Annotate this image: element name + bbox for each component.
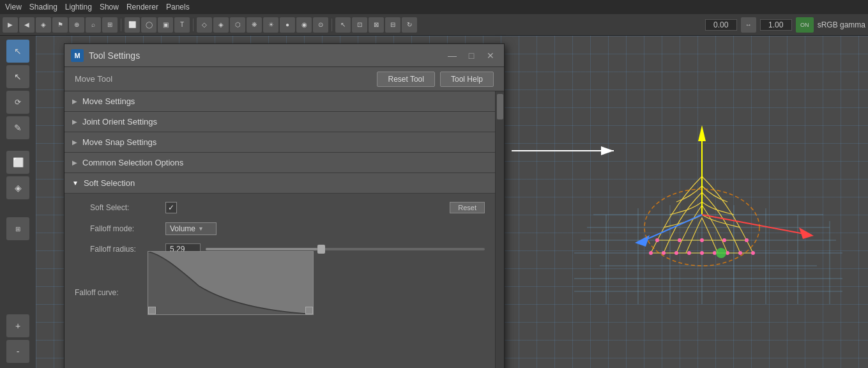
section-joint-title: Joint Orient Settings <box>82 117 157 126</box>
section-common-title: Common Selection Options <box>82 158 183 167</box>
section-move-title: Move Settings <box>82 96 135 106</box>
left-icon-move[interactable]: ↖ <box>6 65 29 88</box>
falloff-mode-dropdown[interactable]: Volume ▼ <box>165 222 217 235</box>
dropdown-arrow-icon: ▼ <box>198 226 204 232</box>
on-button[interactable]: ON <box>796 17 814 33</box>
section-soft-title: Soft Selection <box>84 178 135 188</box>
slider-fill <box>206 248 317 250</box>
toolbar-separator-1 <box>121 19 121 31</box>
dialog-logo: M <box>71 49 84 62</box>
soft-select-checkbox[interactable]: ✓ <box>165 202 177 213</box>
left-icon-add[interactable]: + <box>6 314 29 337</box>
toolbar-icon-12[interactable]: ◇ <box>197 17 212 33</box>
toolbar-icon-22[interactable]: ⊠ <box>369 17 384 33</box>
toolbar-icon-1[interactable]: ▶ <box>3 17 18 33</box>
dialog-close-button[interactable]: ✕ <box>483 49 498 63</box>
toolbar-icon-15[interactable]: ❋ <box>247 17 262 33</box>
falloff-mode-label: Falloff mode: <box>90 224 160 233</box>
section-joint-arrow: ▶ <box>72 118 77 125</box>
colorspace-label: sRGB gamma <box>818 20 865 29</box>
tool-settings-dialog: M Tool Settings — □ ✕ Move Tool Reset To… <box>64 43 505 368</box>
toolbar-separator-2 <box>193 19 194 31</box>
toolbar-icon-21[interactable]: ⊡ <box>352 17 367 33</box>
move-tool-label: Move Tool <box>75 74 372 84</box>
section-snap-title: Move Snap Settings <box>82 137 156 147</box>
toolbar-icon-11[interactable]: T <box>174 17 190 33</box>
menu-lighting[interactable]: Lighting <box>65 3 92 12</box>
dialog-minimize-button[interactable]: — <box>445 49 459 63</box>
section-joint-orient[interactable]: ▶ Joint Orient Settings <box>65 112 495 132</box>
section-move-snap[interactable]: ▶ Move Snap Settings <box>65 132 495 153</box>
soft-select-reset-button[interactable]: Reset <box>450 202 485 213</box>
toolbar-separator-3 <box>331 19 332 31</box>
main-toolbar: ▶ ◀ ◈ ⚑ ⊕ ⌕ ⊞ ⬜ ◯ ▣ T ◇ ◈ ⬡ ❋ ☀ ● ◉ ⊙ ↖ … <box>0 14 868 36</box>
section-snap-arrow: ▶ <box>72 139 77 146</box>
toolbar-icon-19[interactable]: ⊙ <box>313 17 328 33</box>
toolbar-val1[interactable] <box>705 19 737 31</box>
menu-show[interactable]: Show <box>100 3 119 12</box>
left-icon-snap[interactable]: ⊞ <box>6 217 29 240</box>
left-icon-select[interactable]: ↖ <box>6 40 29 63</box>
toolbar-icon-4[interactable]: ⚑ <box>52 17 68 33</box>
toolbar-right: ↔ ON sRGB gamma <box>705 17 865 33</box>
soft-selection-content: Soft Select: ✓ Reset Falloff mode: Volum… <box>65 194 495 323</box>
menu-panels[interactable]: Panels <box>166 3 190 12</box>
dialog-scrollbar[interactable] <box>495 91 504 368</box>
menu-renderer[interactable]: Renderer <box>126 3 158 12</box>
falloff-mode-row: Falloff mode: Volume ▼ <box>90 220 485 237</box>
reset-tool-button[interactable]: Reset Tool <box>377 72 434 87</box>
section-move-settings[interactable]: ▶ Move Settings <box>65 91 495 112</box>
falloff-curve-canvas[interactable] <box>148 251 314 315</box>
toolbar-icon-10[interactable]: ▣ <box>158 17 173 33</box>
left-icon-lasso[interactable]: ⟳ <box>6 91 29 114</box>
toolbar-icon-18[interactable]: ◉ <box>296 17 312 33</box>
soft-select-row: Soft Select: ✓ Reset <box>90 199 485 217</box>
tool-help-button[interactable]: Tool Help <box>440 72 494 87</box>
section-soft-arrow: ▼ <box>72 180 79 187</box>
dialog-title: Tool Settings <box>89 50 440 61</box>
soft-select-label: Soft Select: <box>90 203 160 212</box>
falloff-mode-value: Volume <box>170 224 195 233</box>
dialog-content: ▶ Move Settings ▶ Joint Orient Settings … <box>65 91 495 368</box>
curve-handle-bl[interactable] <box>148 307 156 314</box>
left-icon-paint[interactable]: ✎ <box>6 116 29 139</box>
toolbar-icon-25[interactable]: ↔ <box>741 17 756 33</box>
checkbox-check-icon: ✓ <box>168 203 174 212</box>
left-icon-sub[interactable]: - <box>6 340 29 363</box>
toolbar-icon-17[interactable]: ● <box>280 17 295 33</box>
toolbar-icon-20[interactable]: ↖ <box>335 17 351 33</box>
falloff-radius-slider[interactable] <box>206 248 485 250</box>
toolbar-icon-2[interactable]: ◀ <box>19 17 34 33</box>
toolbar-icon-14[interactable]: ⬡ <box>230 17 245 33</box>
dialog-maximize-button[interactable]: □ <box>464 49 478 63</box>
toolbar-icon-6[interactable]: ⌕ <box>86 17 101 33</box>
toolbar-icon-16[interactable]: ☀ <box>263 17 278 33</box>
menu-shading[interactable]: Shading <box>29 3 57 12</box>
dialog-body: ▶ Move Settings ▶ Joint Orient Settings … <box>65 91 504 368</box>
section-common-arrow: ▶ <box>72 159 77 166</box>
section-soft-selection[interactable]: ▼ Soft Selection <box>65 173 495 194</box>
toolbar-icon-24[interactable]: ↻ <box>402 17 417 33</box>
toolbar-icon-13[interactable]: ◈ <box>213 17 229 33</box>
section-move-arrow: ▶ <box>72 98 77 105</box>
toolbar-icon-5[interactable]: ⊕ <box>69 17 84 33</box>
dialog-titlebar: M Tool Settings — □ ✕ <box>65 44 504 67</box>
falloff-curve-area: Falloff curve: <box>75 263 485 315</box>
slider-thumb[interactable] <box>317 245 325 254</box>
toolbar-icon-3[interactable]: ◈ <box>36 17 51 33</box>
toolbar-icon-8[interactable]: ⬜ <box>125 17 140 33</box>
toolbar-val2[interactable] <box>760 19 792 31</box>
menu-bar: View Shading Lighting Show Renderer Pane… <box>0 0 868 14</box>
falloff-curve-label: Falloff curve: <box>75 288 145 297</box>
scroll-thumb[interactable] <box>497 94 503 119</box>
toolbar-icon-9[interactable]: ◯ <box>141 17 156 33</box>
left-toolbar: ↖ ↖ ⟳ ✎ ⬜ ◈ ⊞ + - <box>0 36 36 368</box>
dialog-header-row: Move Tool Reset Tool Tool Help <box>65 67 504 91</box>
toolbar-icon-7[interactable]: ⊞ <box>102 17 118 33</box>
curve-handle-br[interactable] <box>305 307 313 314</box>
section-common-selection[interactable]: ▶ Common Selection Options <box>65 153 495 173</box>
toolbar-icon-23[interactable]: ⊟ <box>385 17 400 33</box>
left-icon-diamond[interactable]: ◈ <box>6 176 29 199</box>
menu-view[interactable]: View <box>5 3 22 12</box>
left-icon-cube[interactable]: ⬜ <box>6 151 29 174</box>
